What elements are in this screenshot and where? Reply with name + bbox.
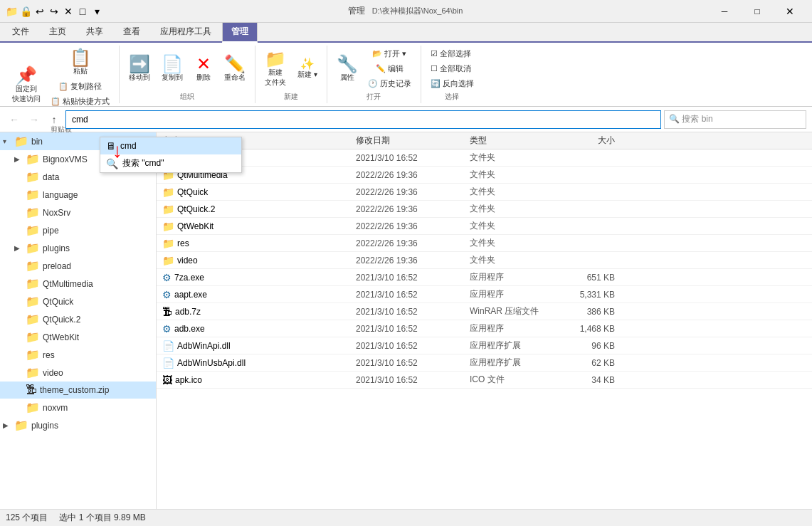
sidebar-item-res[interactable]: 📁 res bbox=[0, 346, 156, 364]
ribbon-group-select: ☑ 全部选择 ☐ 全部取消 🔄 反向选择 选择 bbox=[421, 46, 483, 103]
file-size: 96 KB bbox=[555, 341, 626, 351]
copy-to-button[interactable]: 📄 复制到 bbox=[158, 53, 186, 85]
paste-icon: 📋 bbox=[70, 49, 91, 66]
redo-icon[interactable]: ↪ bbox=[48, 6, 60, 17]
up-button[interactable]: ↑ bbox=[46, 111, 63, 128]
copy-path-label: 复制路径 bbox=[70, 81, 102, 92]
select-label: 选择 bbox=[445, 92, 459, 102]
file-name-adbusbapi: 📄AdbWinUsbApi.dll bbox=[157, 357, 356, 369]
exe-icon: ⚙ bbox=[162, 272, 172, 283]
zip-icon-theme: 🗜 bbox=[26, 384, 37, 396]
properties-button[interactable]: 🔧 属性 bbox=[333, 53, 362, 85]
tab-manage[interactable]: 管理 bbox=[222, 22, 258, 43]
file-size: 651 KB bbox=[555, 273, 626, 283]
file-date: 2022/2/26 19:36 bbox=[356, 204, 470, 214]
search-box[interactable]: 🔍 搜索 bin bbox=[664, 110, 806, 129]
table-row[interactable]: ⚙7za.exe 2021/3/10 16:52 应用程序 651 KB bbox=[157, 269, 812, 286]
sidebar-item-theme-zip[interactable]: 🗜 theme_custom.zip bbox=[0, 382, 156, 399]
table-row[interactable]: 📁QtQuick.2 2022/2/26 19:36 文件夹 bbox=[157, 201, 812, 218]
table-row[interactable]: 📁QtMultimedia 2022/2/26 19:36 文件夹 bbox=[157, 167, 812, 184]
paste-button[interactable]: 📋 粘贴 bbox=[47, 47, 113, 78]
table-row[interactable]: 📁preload 2021/3/10 16:52 文件夹 bbox=[157, 149, 812, 167]
paste-shortcut-label: 粘贴快捷方式 bbox=[63, 96, 110, 107]
new-item-button[interactable]: ✨ 新建 ▾ bbox=[294, 56, 321, 82]
delete-button[interactable]: ✕ 删除 bbox=[191, 53, 216, 85]
table-row[interactable]: ⚙adb.exe 2021/3/10 16:52 应用程序 1,468 KB bbox=[157, 320, 812, 337]
table-row[interactable]: 📄AdbWinApi.dll 2021/3/10 16:52 应用程序扩展 96… bbox=[157, 337, 812, 354]
close-button[interactable]: ✕ bbox=[774, 0, 806, 23]
paste-shortcut-button[interactable]: 📋 粘贴快捷方式 bbox=[47, 95, 113, 108]
tab-view[interactable]: 查看 bbox=[114, 22, 149, 41]
select-none-button[interactable]: ☐ 全部取消 bbox=[427, 62, 475, 75]
table-row[interactable]: ⚙aapt.exe 2021/3/10 16:52 应用程序 5,331 KB bbox=[157, 286, 812, 303]
sidebar-item-qtquick2[interactable]: 📁 QtQuick.2 bbox=[0, 310, 156, 328]
down-chevron-icon[interactable]: ▾ bbox=[91, 6, 102, 17]
edit-button[interactable]: ✏️ 编辑 bbox=[364, 62, 415, 75]
file-date: 2022/2/26 19:36 bbox=[356, 256, 470, 265]
sidebar-item-noxvm[interactable]: 📁 noxvm bbox=[0, 399, 156, 416]
sidebar-item-plugins[interactable]: ▶ 📁 plugins bbox=[0, 239, 156, 257]
table-row[interactable]: 📁QtQuick 2022/2/26 19:36 文件夹 bbox=[157, 184, 812, 201]
table-row[interactable]: 📁res 2022/2/26 19:36 文件夹 bbox=[157, 235, 812, 252]
properties-icon[interactable]: □ bbox=[77, 6, 88, 17]
open-button[interactable]: 📂 打开 ▾ bbox=[364, 47, 415, 61]
pin-button[interactable]: 📌 固定到快速访问 bbox=[9, 65, 44, 106]
sidebar-item-qtmultimedia[interactable]: 📁 QtMultimedia bbox=[0, 275, 156, 293]
table-row[interactable]: 🗜adb.7z 2021/3/10 16:52 WinRAR 压缩文件 386 … bbox=[157, 303, 812, 320]
new-item-icon: ✨ bbox=[300, 58, 315, 70]
sidebar-item-qtwebkit[interactable]: 📁 QtWebKit bbox=[0, 328, 156, 346]
select-all-button[interactable]: ☑ 全部选择 bbox=[427, 47, 475, 61]
organize-buttons: ➡️ 移动到 📄 复制到 ✕ 删除 ✏️ 重命名 bbox=[125, 47, 249, 90]
sidebar-item-pipe[interactable]: 📁 pipe bbox=[0, 221, 156, 239]
col-header-size[interactable]: 大小 bbox=[555, 135, 626, 147]
copy-to-icon: 📄 bbox=[162, 56, 183, 73]
autocomplete-search-label: 搜索 "cmd" bbox=[122, 157, 164, 169]
properties-label: 属性 bbox=[340, 73, 354, 83]
delete-label: 删除 bbox=[196, 73, 211, 83]
open-icon: 📂 bbox=[372, 49, 382, 58]
sidebar-item-video[interactable]: 📁 video bbox=[0, 364, 156, 382]
table-row[interactable]: 📁QtWebKit 2022/2/26 19:36 文件夹 bbox=[157, 218, 812, 235]
quick-access-icon[interactable]: 🔒 bbox=[20, 6, 31, 17]
history-button[interactable]: 🕐 历史记录 bbox=[364, 77, 415, 90]
file-size: 62 KB bbox=[555, 358, 626, 368]
back-button[interactable]: ← bbox=[6, 111, 23, 128]
organize-label: 组织 bbox=[180, 92, 194, 102]
address-input[interactable] bbox=[65, 110, 661, 129]
tab-home[interactable]: 主页 bbox=[40, 22, 75, 41]
minimize-button[interactable]: ─ bbox=[708, 0, 741, 23]
file-date: 2022/2/26 19:36 bbox=[356, 238, 470, 248]
window-title: 管理 D:\夜神模拟器\Nox_64\bin bbox=[102, 5, 708, 17]
move-to-button[interactable]: ➡️ 移动到 bbox=[125, 53, 154, 85]
invert-select-button[interactable]: 🔄 反向选择 bbox=[427, 77, 478, 90]
sidebar-item-plugins2[interactable]: ▶ 📁 plugins bbox=[0, 416, 156, 434]
file-name-aapt: ⚙aapt.exe bbox=[157, 289, 356, 300]
undo-icon[interactable]: ↩ bbox=[34, 6, 46, 17]
col-header-date[interactable]: 修改日期 bbox=[356, 135, 470, 147]
table-row[interactable]: 📁video 2022/2/26 19:36 文件夹 bbox=[157, 252, 812, 269]
sidebar-item-qtquick[interactable]: 📁 QtQuick bbox=[0, 293, 156, 310]
sidebar-label-qtwebkit: QtWebKit bbox=[43, 332, 79, 342]
copy-path-button[interactable]: 📋 复制路径 bbox=[47, 80, 113, 93]
file-name-qtquick2: 📁QtQuick.2 bbox=[157, 204, 356, 215]
file-date: 2021/3/10 16:52 bbox=[356, 375, 470, 385]
maximize-button[interactable]: □ bbox=[741, 0, 774, 23]
forward-button[interactable]: → bbox=[26, 111, 43, 128]
close-small-icon[interactable]: ✕ bbox=[63, 6, 74, 17]
sidebar-item-preload[interactable]: 📁 preload bbox=[0, 257, 156, 275]
item-count: 125 个项目 bbox=[6, 512, 48, 524]
sidebar-item-noxsrv[interactable]: 📁 NoxSrv bbox=[0, 204, 156, 221]
tab-apptools[interactable]: 应用程序工具 bbox=[151, 22, 221, 41]
file-type: 应用程序扩展 bbox=[470, 340, 555, 352]
red-arrow-indicator: ↓ bbox=[112, 140, 122, 162]
col-header-type[interactable]: 类型 bbox=[470, 135, 555, 147]
table-row[interactable]: 📄AdbWinUsbApi.dll 2021/3/10 16:52 应用程序扩展… bbox=[157, 354, 812, 372]
new-item-label: 新建 ▾ bbox=[297, 70, 317, 80]
table-row[interactable]: 🖼apk.ico 2021/3/10 16:52 ICO 文件 34 KB bbox=[157, 372, 812, 389]
tab-file[interactable]: 文件 bbox=[3, 22, 38, 41]
tab-share[interactable]: 共享 bbox=[77, 22, 112, 41]
new-folder-button[interactable]: 📁 新建文件夹 bbox=[261, 48, 290, 90]
rename-button[interactable]: ✏️ 重命名 bbox=[221, 53, 249, 85]
expand-icon-bin: ▾ bbox=[3, 137, 14, 145]
sidebar-item-language[interactable]: 📁 language bbox=[0, 186, 156, 204]
